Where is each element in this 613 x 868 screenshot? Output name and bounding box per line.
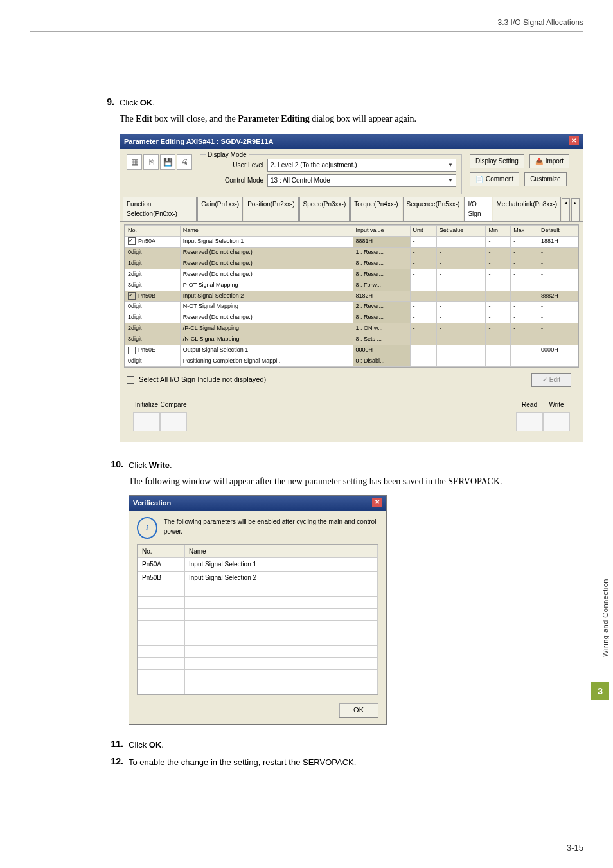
table-row[interactable]: 2digit/P-CL Signal Mapping1 : ON w...---… [125,323,578,334]
step-9-body-a: The [120,114,136,123]
close-icon[interactable]: ✕ [569,136,579,145]
step-9-ok: OK [140,98,153,107]
table-row[interactable]: 3digitP-OT Signal Mapping8 : Forw...----… [125,280,578,291]
col-set: Set value [436,225,486,236]
tab-position[interactable]: Position(Pn2xx-) [244,197,298,221]
chapter-number-badge: 3 [591,682,609,700]
toolbar-icon-2[interactable]: ⎘ [143,154,159,170]
tab-torque[interactable]: Torque(Pn4xx-) [350,197,402,221]
toolbar-icon-1[interactable]: ▦ [127,154,142,170]
tab-sequence[interactable]: Sequence(Pn5xx-) [403,197,464,221]
verif-row: Pn50AInput Signal Selection 1 [138,558,378,572]
parameter-editing-dialog: Parameter Editing AXIS#41 : SGDV-2R9E11A… [120,134,583,442]
tab-mechatrolink[interactable]: Mechatrolink(Pn8xx-) [493,197,561,221]
parameter-grid: No. Name Input value Unit Set value Min … [125,225,578,367]
col-min: Min [486,225,511,236]
step-9-text-b: . [152,98,155,107]
tab-speed[interactable]: Speed(Pn3xx-) [299,197,350,221]
table-row[interactable]: 1digitReserved (Do not change.)8 : Reser… [125,258,578,269]
verif-row: Pn50BInput Signal Selection 2 [138,571,378,584]
user-level-label: User Level [206,160,263,170]
control-mode-label: Control Mode [206,176,263,186]
verif-col-name: Name [185,545,292,558]
step-11-number: 11. [107,739,123,752]
display-setting-button[interactable]: Display Setting [470,154,524,168]
col-default: Default [538,225,578,236]
step-9-number: 9. [107,96,114,442]
step-9-body-b: Edit [136,114,152,123]
ok-button[interactable]: OK [339,703,378,718]
close-icon[interactable]: ✕ [372,498,382,507]
table-row[interactable]: 3digit/N-CL Signal Mapping8 : Sets ...--… [125,334,578,345]
info-icon: i [137,517,157,539]
col-max: Max [511,225,538,236]
step-10-body: The following window will appear after t… [129,475,583,489]
table-row[interactable]: Pn50BInput Signal Selection 28182H---888… [125,291,578,302]
toolbar-icon-print[interactable]: 🖨 [177,154,192,170]
step-12-number: 12. [107,756,123,769]
step-10-text-a: Click [129,460,149,470]
read-action[interactable]: Read [516,400,543,432]
step-11-text-b: . [161,740,164,750]
edit-button[interactable]: ✓ Edit [531,373,571,387]
customize-button[interactable]: Customize [524,172,566,186]
select-all-checkbox[interactable] [127,376,134,384]
table-row[interactable]: 2digitReserved (Do not change.)8 : Reser… [125,269,578,280]
col-name: Name [180,225,353,236]
dialog2-title: Verification [133,498,171,509]
col-input: Input value [353,225,410,236]
row-checkbox[interactable] [128,292,136,300]
tabs-row: Function Selection(Pn0xx-) Gain(Pn1xx-) … [120,197,583,222]
section-header: 3.3 I/O Signal Allocations [498,18,583,27]
table-row[interactable]: 0digitN-OT Signal Mapping2 : Rever...---… [125,302,578,312]
side-tab-label: Wiring and Connection [601,579,609,657]
verification-dialog: Verification ✕ i The following parameter… [129,495,387,725]
display-mode-legend: Display Mode [206,150,249,160]
step-9-text-a: Click [120,98,140,107]
select-all-label: Select All I/O Sign Include not displaye… [139,375,266,383]
tab-gain[interactable]: Gain(Pn1xx-) [197,197,243,221]
step-10-write: Write [149,460,170,470]
table-row[interactable]: 0digitPositioning Completion Signal Mapp… [125,356,578,367]
step-10-number: 10. [107,459,123,725]
table-row[interactable]: 0digitReserved (Do not change.)1 : Reser… [125,247,578,258]
step-11-text-a: Click [129,740,149,750]
row-checkbox[interactable] [128,347,136,354]
verif-col-no: No. [138,545,185,558]
compare-action[interactable]: Compare [160,400,187,432]
table-row[interactable]: 1digitReserved (Do not change.)8 : Reser… [125,312,578,323]
tab-fn-select[interactable]: Function Selection(Pn0xx-) [123,197,197,221]
tab-right-icon[interactable]: ▸ [571,198,580,221]
step-11-ok: OK [149,740,162,750]
table-row[interactable]: Pn50AInput Signal Selection 18881H---188… [125,236,578,247]
verification-table: No. Name Pn50AInput Signal Selection 1 P… [138,545,378,695]
user-level-combo[interactable]: 2. Level 2 (To the adjustment.) [267,159,456,172]
col-no: No. [125,225,181,236]
initialize-action[interactable]: Initialize [133,400,160,432]
control-mode-combo[interactable]: 13 : All Control Mode [267,174,456,187]
import-button[interactable]: 📥Import [529,154,569,168]
page-number: 3-15 [567,843,583,853]
step-12-body: To enable the change in the setting, res… [129,756,583,769]
write-action[interactable]: Write [543,400,570,432]
dialog1-title: Parameter Editing AXIS#41 : SGDV-2R9E11A [124,136,274,147]
step-9-body-d: Parameter Editing [238,114,309,123]
step-9-body-e: dialog box will appear again. [310,114,416,123]
table-row[interactable]: Pn50EOutput Signal Selection 10000H----0… [125,345,578,356]
verification-info-text: The following parameters will be enabled… [164,517,378,537]
tab-left-icon[interactable]: ◂ [562,198,570,221]
row-checkbox[interactable] [128,237,136,245]
step-9-body-c: box will close, and the [152,114,238,123]
step-10-text-b: . [170,460,172,470]
comment-button[interactable]: 📄Comment [470,172,519,186]
toolbar-icon-save[interactable]: 💾 [160,154,175,170]
col-unit: Unit [410,225,436,236]
tab-io-sign[interactable]: I/O Sign [464,197,492,221]
section-rule [30,31,583,32]
